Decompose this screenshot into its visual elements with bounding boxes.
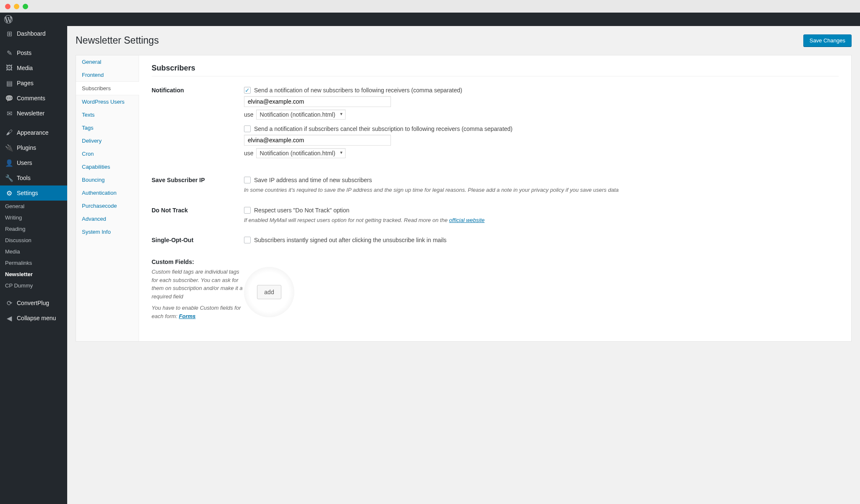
sidebar-item-collapse[interactable]: ◀Collapse menu xyxy=(0,311,67,326)
vtab-purchasecode[interactable]: Purchasecode xyxy=(76,199,139,212)
section-title: Subscribers xyxy=(152,64,839,76)
wrench-icon: 🔧 xyxy=(5,174,13,182)
save-changes-button[interactable]: Save Changes xyxy=(803,34,852,47)
sidebar-item-comments[interactable]: 💬Comments xyxy=(0,91,67,106)
admin-sidebar: ⊞Dashboard ✎Posts 🖾Media ▤Pages 💬Comment… xyxy=(0,26,67,504)
single-opt-out-checkbox[interactable] xyxy=(244,237,251,243)
vtab-advanced[interactable]: Advanced xyxy=(76,212,139,225)
media-icon: 🖾 xyxy=(5,64,13,72)
dashboard-icon: ⊞ xyxy=(5,29,13,38)
sidebar-item-media[interactable]: 🖾Media xyxy=(0,60,67,76)
page-icon: ▤ xyxy=(5,79,13,87)
notification-new-template-select[interactable]: Notification (notification.html) xyxy=(256,110,346,120)
sidebar-item-dashboard[interactable]: ⊞Dashboard xyxy=(0,26,67,41)
convertplug-icon: ⟳ xyxy=(5,299,13,307)
dnt-label: Do Not Track xyxy=(152,207,244,225)
dnt-link[interactable]: official website xyxy=(449,217,485,223)
window-maximize-icon[interactable] xyxy=(23,4,28,9)
sidebar-item-users[interactable]: 👤Users xyxy=(0,155,67,170)
save-ip-text: Save IP address and time of new subscrib… xyxy=(254,177,372,183)
vtab-delivery[interactable]: Delivery xyxy=(76,134,139,147)
forms-link[interactable]: Forms xyxy=(179,313,196,319)
window-titlebar xyxy=(0,0,860,13)
sidebar-item-posts[interactable]: ✎Posts xyxy=(0,45,67,60)
admin-topbar xyxy=(0,13,860,26)
sidebar-item-pages[interactable]: ▤Pages xyxy=(0,76,67,91)
dnt-checkbox[interactable] xyxy=(244,207,251,214)
vtab-wordpress-users[interactable]: WordPress Users xyxy=(76,95,139,108)
notification-cancel-template-select[interactable]: Notification (notification.html) xyxy=(256,148,346,158)
custom-fields-label: Custom Fields: xyxy=(152,259,244,265)
gear-icon: ⚙ xyxy=(5,189,13,197)
sidebar-subitem-cp-dummy[interactable]: CP Dummy xyxy=(0,280,67,291)
vtab-frontend[interactable]: Frontend xyxy=(76,68,139,81)
dnt-desc: If enabled MyMail will respect users opt… xyxy=(244,216,839,225)
sidebar-subitem-reading[interactable]: Reading xyxy=(0,223,67,235)
use-label-2: use xyxy=(244,150,254,157)
settings-panel: General Frontend Subscribers WordPress U… xyxy=(76,55,852,342)
custom-fields-desc2: You have to enable Custom fields for eac… xyxy=(152,304,244,320)
vtab-subscribers[interactable]: Subscribers xyxy=(76,81,139,95)
notification-new-email-input[interactable] xyxy=(244,96,391,107)
vtab-general[interactable]: General xyxy=(76,55,139,68)
notification-cancel-text: Send a notification if subscribers cance… xyxy=(254,125,513,132)
notification-cancel-email-input[interactable] xyxy=(244,135,391,146)
single-opt-out-label: Single-Opt-Out xyxy=(152,237,244,246)
dnt-text: Respect users "Do Not Track" option xyxy=(254,207,349,214)
sidebar-subitem-newsletter[interactable]: Newsletter xyxy=(0,269,67,280)
sidebar-item-newsletter[interactable]: ✉Newsletter xyxy=(0,106,67,121)
sidebar-subitem-general[interactable]: General xyxy=(0,201,67,212)
sidebar-item-settings[interactable]: ⚙Settings xyxy=(0,185,67,201)
vtab-texts[interactable]: Texts xyxy=(76,108,139,121)
highlight-circle: add xyxy=(244,267,294,317)
sidebar-subitem-media[interactable]: Media xyxy=(0,246,67,257)
save-ip-desc: In some countries it's required to save … xyxy=(244,186,839,194)
collapse-icon: ◀ xyxy=(5,314,13,322)
plug-icon: 🔌 xyxy=(5,144,13,152)
vtab-capabilities[interactable]: Capabilities xyxy=(76,160,139,173)
window-minimize-icon[interactable] xyxy=(14,4,19,9)
sidebar-item-tools[interactable]: 🔧Tools xyxy=(0,170,67,185)
page-title: Newsletter Settings xyxy=(76,35,159,46)
sidebar-subitem-writing[interactable]: Writing xyxy=(0,212,67,223)
custom-fields-desc1: Custom field tags are individual tags fo… xyxy=(152,268,244,300)
sidebar-subitem-permalinks[interactable]: Permalinks xyxy=(0,257,67,269)
pin-icon: ✎ xyxy=(5,49,13,57)
window-close-icon[interactable] xyxy=(5,4,10,9)
wordpress-logo-icon[interactable] xyxy=(4,15,13,24)
comment-icon: 💬 xyxy=(5,94,13,102)
use-label-1: use xyxy=(244,111,254,118)
vtab-bouncing[interactable]: Bouncing xyxy=(76,173,139,186)
vertical-tabs: General Frontend Subscribers WordPress U… xyxy=(76,55,139,341)
vtab-system-info[interactable]: System Info xyxy=(76,225,139,238)
add-custom-field-button[interactable]: add xyxy=(257,285,281,299)
vtab-authentication[interactable]: Authentication xyxy=(76,186,139,199)
notification-cancel-checkbox[interactable] xyxy=(244,125,251,132)
notification-new-checkbox[interactable]: ✓ xyxy=(244,87,251,94)
vtab-tags[interactable]: Tags xyxy=(76,121,139,134)
vtab-cron[interactable]: Cron xyxy=(76,147,139,160)
sidebar-item-appearance[interactable]: 🖌Appearance xyxy=(0,125,67,140)
sidebar-subitem-discussion[interactable]: Discussion xyxy=(0,235,67,246)
user-icon: 👤 xyxy=(5,159,13,167)
notification-new-text: Send a notification of new subscribers t… xyxy=(254,87,462,94)
brush-icon: 🖌 xyxy=(5,128,13,137)
content-area: Newsletter Settings Save Changes General… xyxy=(67,26,860,504)
save-ip-label: Save Subscriber IP xyxy=(152,177,244,194)
envelope-icon: ✉ xyxy=(5,109,13,118)
sidebar-item-plugins[interactable]: 🔌Plugins xyxy=(0,140,67,155)
notification-label: Notification xyxy=(152,87,244,164)
save-ip-checkbox[interactable] xyxy=(244,177,251,183)
single-opt-out-text: Subscribers instantly signed out after c… xyxy=(254,237,446,243)
sidebar-item-convertplug[interactable]: ⟳ConvertPlug xyxy=(0,295,67,311)
